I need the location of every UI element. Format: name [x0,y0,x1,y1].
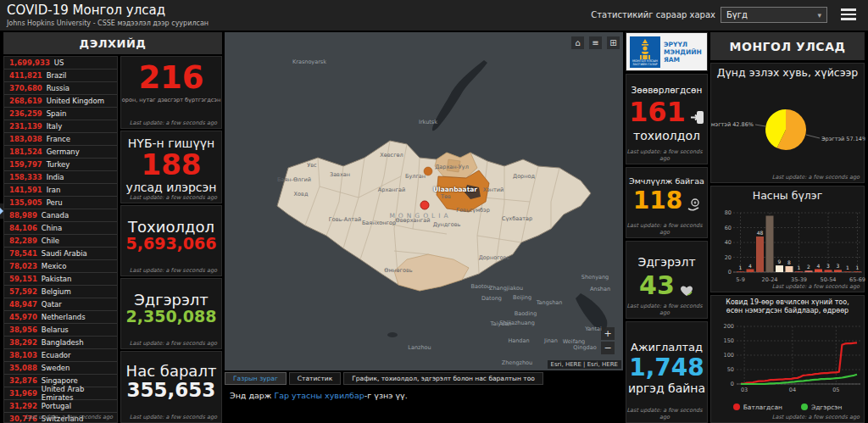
country-row[interactable]: 370,680Russia [4,82,117,95]
tab-1[interactable]: Газрын зураг [225,372,287,385]
country-cases: 38,956 [9,326,37,334]
legend-item-confirmed[interactable]: Батлагдсан [733,404,782,411]
country-row[interactable]: 38,292Bangladesh [4,337,117,349]
country-row[interactable]: 84,106China [4,222,117,235]
country-name: India [47,173,64,181]
bar-15-19[interactable] [756,237,764,272]
country-row[interactable]: 35,088Sweden [4,362,117,375]
last-update: Last update: a few seconds ago [130,194,217,201]
province-label: Завхан [330,171,350,178]
country-row[interactable]: 48,947Qatar [4,298,117,311]
country-cases: 35,088 [9,364,37,372]
country-name: Saudi Arabia [42,249,87,258]
bar-30-34[interactable] [786,266,793,272]
country-cases: 59,151 [9,275,37,283]
country-name: Germany [47,147,80,156]
country-row[interactable]: 31,292Portugal [4,400,117,413]
country-row[interactable]: 82,289Chile [4,235,117,248]
bar-value: 48 [757,230,764,236]
city-label: Datong [481,295,502,302]
country-name: Iran [47,186,61,194]
bar-value: 9 [778,259,782,264]
hamburger-menu-icon[interactable] [841,8,856,20]
country-row[interactable]: 231,139Italy [4,120,117,133]
legend-icon[interactable]: ≡ [589,36,602,49]
city-label: Irkutsk [419,119,437,125]
country-name: Mexico [42,262,67,270]
bar-35-39[interactable] [795,271,803,272]
country-row[interactable]: 45,970Netherlands [4,311,117,324]
ministry-logo-panel: МОНГОЛ УЛСЫН ЗАСГИЙН ГАЗАР ЭРҮҮЛ МЭНДИЙН… [626,32,708,71]
country-cases: 183,038 [9,135,42,143]
y-tick: 80 [725,209,732,216]
legend-dot-confirmed [733,404,740,410]
country-cases: 159,797 [9,160,42,169]
country-row[interactable]: 78,023Mexico [4,260,117,273]
un-post: улсад илэрсэн [121,181,221,194]
country-cases: 181,524 [9,147,42,156]
country-row[interactable]: 181,524Germany [4,146,117,159]
bar-40-44[interactable] [805,270,813,272]
country-row[interactable]: 141,591Iran [4,184,117,197]
country-row[interactable]: 135,905Peru [4,197,117,209]
country-row[interactable]: 78,541Saudi Arabia [4,248,117,260]
country-cases: 84,106 [9,224,37,232]
basemap-icon[interactable]: ⊞ [607,36,620,49]
zoom-out-button[interactable]: − [601,342,615,354]
country-row[interactable]: 38,103Ecuador [4,349,117,362]
province-label: Хөвсгөл [380,152,403,159]
bar-5-9[interactable] [737,271,744,272]
city-label: Handan [508,337,529,344]
bar-20-24[interactable] [766,216,774,273]
legend-dot-recovered [801,404,808,410]
bar-60-64[interactable] [844,271,852,272]
country-row[interactable]: 158,333India [4,171,117,184]
legend-item-recovered[interactable]: Эдгэрсэн [801,404,842,411]
map-canvas [225,32,623,370]
bar-45-49[interactable] [815,270,822,273]
observation-label: Ажиглалтад [626,341,707,353]
city-label: Baoding [515,310,537,317]
country-row[interactable]: 1,699,933US [4,57,117,70]
country-row[interactable]: 268,619United Kingdom [4,95,117,108]
country-row[interactable]: 57,592Belgium [4,286,117,298]
last-update: Last update: a few seconds ago [772,283,860,290]
country-row[interactable]: 183,038France [4,133,117,146]
bar-10-14[interactable] [747,270,754,273]
tab-2[interactable]: Статистик [289,372,341,385]
country-row[interactable]: 31,969United Arab Emirates [4,387,117,400]
bar-50-54[interactable] [825,270,832,272]
country-row[interactable]: 88,989Canada [4,209,117,222]
country-cases: 231,139 [9,122,42,131]
month-filter-value: Бүгд [726,10,748,19]
country-row[interactable]: 59,151Pakistan [4,273,117,286]
country-row[interactable]: 236,259Spain [4,108,117,120]
province-label: Баянхонгор [362,220,396,226]
country-name: France [47,135,70,143]
tab-3[interactable]: График, тохиолдол, эдгэрэлт болон нас ба… [343,372,543,385]
bar-55-59[interactable] [834,270,842,272]
bar-25-29[interactable] [776,265,783,272]
country-name: Portugal [42,402,71,410]
last-update: Last update: a few seconds ago [626,148,703,162]
country-name: Russia [47,84,70,92]
country-row[interactable]: 38,956Belarus [4,324,117,337]
country-name: Turkey [47,160,70,169]
home-icon[interactable]: ⌂ [571,36,584,49]
y-tick: 0 [731,381,734,387]
treated-label: Эмчлүүлж байгаа [626,176,707,186]
country-name: Peru [47,198,63,207]
x-tick: 35-39 [791,276,807,283]
treated-value: 118 [633,186,682,214]
month-filter-select[interactable]: Бүгд ▾ [721,7,827,23]
country-cases: 88,989 [9,211,37,220]
lake-qinghai [387,332,398,337]
country-row[interactable]: 159,797Turkey [4,159,117,171]
case-location-dot[interactable] [420,201,429,209]
mobile-version-link[interactable]: Гар утасны хувилбар [274,391,364,400]
zoom-in-button[interactable]: + [601,327,615,340]
country-row[interactable]: 411,821Brazil [4,70,117,82]
mongolia-map[interactable]: MONGOLIA Ulaanbaatar ⌂≡⊞ + − Esri, HERE … [225,32,623,370]
bar-65-69[interactable] [854,271,861,272]
gender-pie-chart: Эмэгтэй 42.86% Эрэгтэй 57.14% [711,81,865,184]
